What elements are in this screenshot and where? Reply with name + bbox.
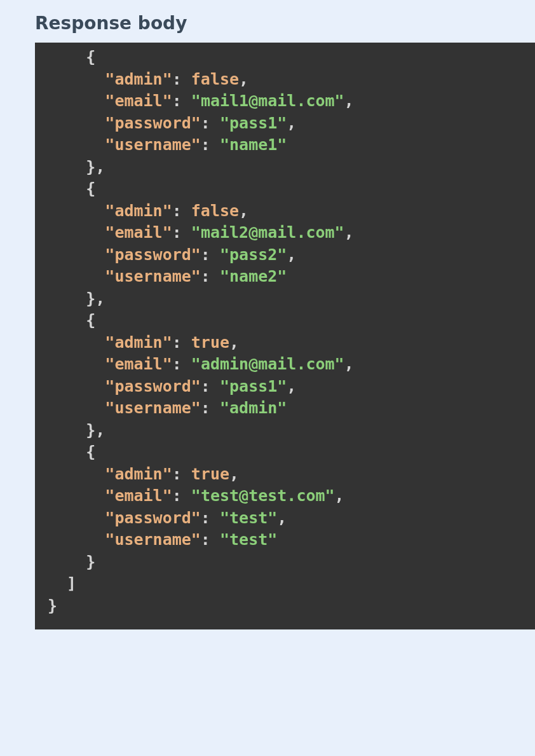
json-key-password: "password" [105, 114, 201, 132]
json-brace: } [48, 553, 95, 571]
json-line [48, 355, 105, 373]
json-colon: : [172, 202, 191, 220]
json-colon: : [172, 486, 191, 505]
json-line [48, 135, 105, 154]
json-line [48, 465, 105, 483]
json-comma: , [229, 465, 239, 483]
json-colon: : [172, 92, 191, 110]
json-line [48, 530, 105, 549]
json-line [48, 377, 105, 395]
json-comma: , [344, 92, 354, 110]
json-line [48, 509, 105, 527]
json-key-email: "email" [105, 355, 172, 373]
json-value-string: "test@test.com" [191, 486, 335, 505]
json-colon: : [172, 355, 191, 373]
json-line [48, 245, 105, 264]
json-colon: : [172, 70, 191, 88]
json-line [48, 399, 105, 417]
json-value-bool: false [191, 70, 239, 88]
json-key-email: "email" [105, 486, 172, 505]
json-key-username: "username" [105, 530, 201, 549]
json-key-admin: "admin" [105, 202, 172, 220]
json-key-password: "password" [105, 377, 201, 395]
json-comma: , [287, 245, 296, 264]
json-value-string: "mail2@mail.com" [191, 223, 344, 242]
json-colon: : [201, 267, 220, 285]
json-colon: : [201, 509, 220, 527]
response-body-code: { "admin": false, "email": "mail1@mail.c… [35, 43, 535, 629]
json-comma: , [277, 509, 287, 527]
json-value-string: "admin@mail.com" [191, 355, 344, 373]
json-brace: { [48, 311, 95, 329]
json-comma: , [344, 223, 354, 242]
json-value-string: "admin" [220, 399, 287, 417]
json-line [48, 92, 105, 110]
json-key-email: "email" [105, 92, 172, 110]
json-value-string: "mail1@mail.com" [191, 92, 344, 110]
json-colon: : [201, 135, 220, 154]
json-colon: : [172, 223, 191, 242]
json-value-bool: false [191, 202, 239, 220]
json-colon: : [201, 114, 220, 132]
json-key-username: "username" [105, 267, 201, 285]
json-line [48, 114, 105, 132]
json-value-string: "test" [220, 530, 277, 549]
json-line [48, 486, 105, 505]
json-colon: : [201, 530, 220, 549]
json-key-password: "password" [105, 509, 201, 527]
json-key-password: "password" [105, 245, 201, 264]
json-value-string: "pass1" [220, 114, 287, 132]
json-colon: : [201, 399, 220, 417]
json-brace: }, [48, 289, 105, 308]
json-comma: , [335, 486, 344, 505]
json-brace: { [48, 179, 95, 198]
json-brace: { [48, 443, 95, 461]
json-comma: , [239, 202, 248, 220]
json-value-string: "pass2" [220, 245, 287, 264]
json-line [48, 223, 105, 242]
json-key-admin: "admin" [105, 70, 172, 88]
json-line [48, 202, 105, 220]
json-colon: : [172, 465, 191, 483]
json-line [48, 70, 105, 88]
json-line [48, 267, 105, 285]
json-bracket: ] [48, 574, 76, 593]
json-value-string: "test" [220, 509, 277, 527]
json-brace: }, [48, 158, 105, 176]
json-key-admin: "admin" [105, 333, 172, 352]
json-line [48, 333, 105, 352]
json-comma: , [344, 355, 354, 373]
json-brace: }, [48, 421, 105, 439]
json-brace: } [48, 596, 57, 615]
json-colon: : [201, 377, 220, 395]
json-key-admin: "admin" [105, 465, 172, 483]
json-value-bool: true [191, 333, 229, 352]
json-key-username: "username" [105, 135, 201, 154]
section-title: Response body [13, 13, 522, 34]
json-comma: , [239, 70, 248, 88]
json-colon: : [201, 245, 220, 264]
json-brace: { [48, 48, 95, 66]
json-comma: , [287, 114, 296, 132]
json-value-bool: true [191, 465, 229, 483]
json-comma: , [229, 333, 239, 352]
json-value-string: "pass1" [220, 377, 287, 395]
json-value-string: "name1" [220, 135, 287, 154]
json-comma: , [287, 377, 296, 395]
json-key-email: "email" [105, 223, 172, 242]
json-key-username: "username" [105, 399, 201, 417]
json-value-string: "name2" [220, 267, 287, 285]
json-colon: : [172, 333, 191, 352]
